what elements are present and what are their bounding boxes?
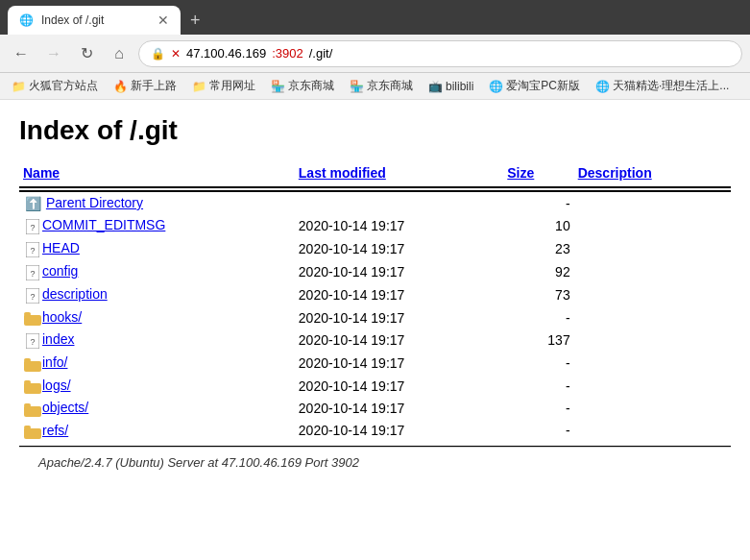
table-row: ? COMMIT_EDITMSG2020-10-14 19:1710 <box>19 214 731 237</box>
url-host: 47.100.46.169 <box>186 46 266 61</box>
table-row: ? HEAD2020-10-14 19:1723 <box>19 237 731 260</box>
sort-by-name-link[interactable]: Name <box>23 165 60 181</box>
bookmark-tmall[interactable]: 🌐 天猫精选·理想生活上... <box>592 76 733 96</box>
svg-rect-21 <box>24 403 31 407</box>
table-row: ? index2020-10-14 19:17137 <box>19 329 731 352</box>
reload-button[interactable]: ↻ <box>73 40 100 67</box>
forward-button[interactable]: → <box>40 40 67 67</box>
browser-toolbar: ← → ↻ ⌂ 🔒 ✕ 47.100.46.169:3902/.git/ <box>0 35 750 73</box>
table-row: ? description2020-10-14 19:1773 <box>19 283 731 306</box>
sort-by-description-link[interactable]: Description <box>578 165 652 181</box>
new-tab-button[interactable]: + <box>181 11 210 31</box>
server-info: Apache/2.4.7 (Ubuntu) Server at 47.100.4… <box>38 455 359 470</box>
file-link[interactable]: info/ <box>42 354 67 370</box>
file-link[interactable]: config <box>42 263 78 279</box>
svg-rect-15 <box>24 358 31 362</box>
table-row: refs/2020-10-14 19:17- <box>19 420 731 442</box>
file-modified-cell: 2020-10-14 19:17 <box>295 214 503 237</box>
file-link[interactable]: HEAD <box>42 240 80 256</box>
bookmark-label: 京东商城 <box>288 78 334 94</box>
svg-text:?: ? <box>30 292 35 302</box>
svg-text:?: ? <box>30 337 35 347</box>
file-name-cell: ? description <box>19 283 295 306</box>
bookmark-icon-taobao: 🌐 <box>489 80 503 93</box>
bookmark-label: 天猫精选·理想生活上... <box>613 78 729 94</box>
bookmark-foxofficial[interactable]: 📁 火狐官方站点 <box>8 76 102 96</box>
file-name-cell: logs/ <box>19 375 295 397</box>
file-name-cell: ? COMMIT_EDITMSG <box>19 214 295 237</box>
file-modified-cell: 2020-10-14 19:17 <box>295 420 503 442</box>
file-icon: ? <box>23 264 42 280</box>
folder-icon <box>23 401 42 416</box>
home-button[interactable]: ⌂ <box>106 40 133 67</box>
tab-close-button[interactable]: ✕ <box>157 12 169 28</box>
parent-dir-size: - <box>503 191 573 214</box>
svg-text:?: ? <box>30 223 35 232</box>
file-link[interactable]: COMMIT_EDITMSG <box>42 217 165 232</box>
bookmark-jd2[interactable]: 🏪 京东商城 <box>346 76 417 96</box>
bookmark-bilibili[interactable]: 📺 bilibili <box>424 78 477 95</box>
file-link[interactable]: index <box>42 331 74 347</box>
page-content: Index of /.git Name Last modified Size D… <box>0 100 750 560</box>
bookmark-label: 火狐官方站点 <box>29 78 98 94</box>
address-bar[interactable]: 🔒 ✕ 47.100.46.169:3902/.git/ <box>138 40 742 67</box>
file-modified-cell: 2020-10-14 19:17 <box>295 237 503 260</box>
url-port: :3902 <box>272 46 303 61</box>
url-path: /.git/ <box>309 46 333 61</box>
bookmark-icon-fox: 📁 <box>12 80 26 93</box>
bookmark-label: 新手上路 <box>131 78 177 94</box>
column-header-size: Size <box>503 161 573 187</box>
file-link[interactable]: refs/ <box>42 423 68 438</box>
file-description-cell <box>574 214 731 237</box>
file-size-cell: - <box>503 306 573 329</box>
parent-directory-link[interactable]: Parent Directory <box>46 195 143 210</box>
folder-icon <box>23 356 42 372</box>
file-listing-table: Name Last modified Size Description ⬆️ P <box>19 161 731 447</box>
svg-rect-10 <box>24 312 31 316</box>
file-icon: ? <box>23 287 42 304</box>
table-row: ? config2020-10-14 19:1792 <box>19 260 731 283</box>
file-icon: ? <box>23 332 42 349</box>
bookmark-newuser[interactable]: 🔥 新手上路 <box>109 76 181 96</box>
tab-favicon: 🌐 <box>19 13 34 27</box>
folder-icon <box>23 378 42 394</box>
table-row: info/2020-10-14 19:17- <box>19 352 731 374</box>
tab-bar: 🌐 Index of /.git ✕ + <box>0 0 750 35</box>
bookmark-common[interactable]: 📁 常用网址 <box>188 76 259 96</box>
file-size-cell: - <box>503 397 573 419</box>
table-row: ⬆️ Parent Directory - <box>19 191 731 214</box>
column-header-modified: Last modified <box>295 161 503 187</box>
file-link[interactable]: objects/ <box>42 400 88 415</box>
bookmark-label: 京东商城 <box>367 78 413 94</box>
file-description-cell <box>574 237 731 260</box>
bookmark-label: 常用网址 <box>209 78 255 94</box>
browser-window: 🌐 Index of /.git ✕ + ← → ↻ ⌂ 🔒 ✕ 47.100.… <box>0 0 750 100</box>
active-tab[interactable]: 🌐 Index of /.git ✕ <box>8 6 181 35</box>
folder-icon <box>23 310 42 326</box>
parent-dir-description <box>574 191 731 214</box>
svg-text:?: ? <box>30 269 35 279</box>
table-row: logs/2020-10-14 19:17- <box>19 375 731 397</box>
bookmark-icon-jd2: 🏪 <box>350 80 364 93</box>
file-modified-cell: 2020-10-14 19:17 <box>295 352 503 374</box>
page-title: Index of /.git <box>19 115 731 146</box>
file-description-cell <box>574 397 731 419</box>
parent-dir-icon: ⬆️ <box>23 196 42 211</box>
back-button[interactable]: ← <box>8 40 35 67</box>
file-link[interactable]: description <box>42 286 108 302</box>
file-name-cell: objects/ <box>19 397 295 419</box>
bookmark-jd1[interactable]: 🏪 京东商城 <box>267 76 338 96</box>
sort-by-modified-link[interactable]: Last modified <box>299 165 386 181</box>
sort-by-size-link[interactable]: Size <box>507 165 534 181</box>
file-name-cell: info/ <box>19 352 295 374</box>
file-size-cell: 137 <box>503 329 573 352</box>
file-icon: ? <box>23 218 42 234</box>
file-modified-cell: 2020-10-14 19:17 <box>295 260 503 283</box>
bookmark-label: bilibili <box>446 80 473 93</box>
bookmark-taobao[interactable]: 🌐 爱淘宝PC新版 <box>485 76 584 96</box>
table-row: hooks/2020-10-14 19:17- <box>19 306 731 329</box>
file-description-cell <box>574 375 731 397</box>
file-link[interactable]: logs/ <box>42 377 71 393</box>
file-link[interactable]: hooks/ <box>42 309 82 325</box>
file-modified-cell: 2020-10-14 19:17 <box>295 283 503 306</box>
